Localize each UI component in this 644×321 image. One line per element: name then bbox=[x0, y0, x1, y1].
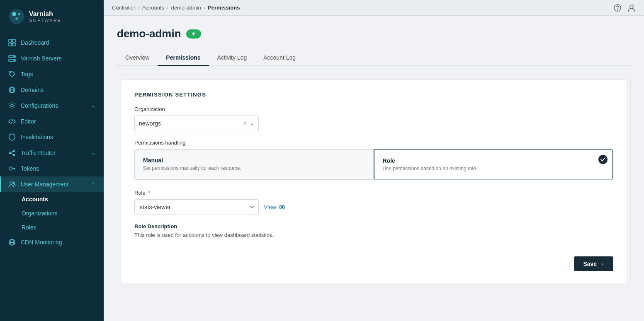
perm-option-role-title: Role bbox=[383, 157, 605, 164]
sidebar-item-label-varnish-servers: Varnish Servers bbox=[21, 55, 95, 62]
role-desc-text: This role is used for accounts to view d… bbox=[134, 232, 613, 238]
status-badge[interactable] bbox=[186, 29, 201, 39]
traffic-router-chevron: ⌄ bbox=[91, 150, 95, 156]
key-icon bbox=[8, 165, 16, 172]
tab-account-log[interactable]: Account Log bbox=[255, 50, 304, 66]
sidebar-sub-item-accounts[interactable]: Accounts bbox=[0, 192, 104, 206]
svg-point-10 bbox=[14, 56, 15, 57]
perm-option-manual-title: Manual bbox=[143, 157, 365, 164]
svg-rect-6 bbox=[9, 43, 12, 46]
sidebar-sub-label-roles: Roles bbox=[22, 224, 36, 231]
page-content: demo-admin Overview Permissions Activity… bbox=[104, 16, 644, 321]
logo: Varnish Software bbox=[0, 0, 104, 31]
sidebar-item-configurations[interactable]: Configurations ⌄ bbox=[0, 98, 104, 113]
permissions-handling-field: Permissions handling Manual Set permissi… bbox=[134, 140, 613, 180]
topbar: Controller › Accounts › demo-admin › Per… bbox=[104, 0, 644, 16]
main-area: Controller › Accounts › demo-admin › Per… bbox=[104, 0, 644, 321]
role-select-wrap: stats-viewer admin read-only editor bbox=[134, 199, 259, 215]
org-select[interactable]: neworgs × ⌄ bbox=[134, 116, 259, 131]
configurations-chevron: ⌄ bbox=[91, 103, 95, 109]
domain-icon bbox=[8, 86, 16, 94]
shield-icon bbox=[8, 133, 16, 141]
sidebar-item-label-user-management: User Management bbox=[21, 181, 86, 188]
svg-point-20 bbox=[13, 154, 15, 156]
perm-selected-check bbox=[598, 155, 608, 164]
varnish-logo-icon bbox=[8, 8, 25, 25]
svg-point-18 bbox=[13, 150, 15, 152]
svg-point-19 bbox=[9, 152, 11, 154]
page-tabs: Overview Permissions Activity Log Accoun… bbox=[117, 50, 631, 66]
breadcrumb-demo-admin[interactable]: demo-admin bbox=[171, 5, 201, 11]
breadcrumb: Controller › Accounts › demo-admin › Per… bbox=[112, 5, 240, 11]
perm-option-role-desc: Use permissions based on an existing rol… bbox=[383, 166, 605, 171]
sidebar-item-tags[interactable]: Tags bbox=[0, 66, 104, 82]
perm-option-manual[interactable]: Manual Set permissions manually for each… bbox=[135, 150, 374, 179]
help-icon[interactable] bbox=[613, 4, 622, 12]
role-required-marker: * bbox=[148, 190, 150, 196]
svg-point-27 bbox=[13, 182, 15, 183]
upload-icon bbox=[191, 31, 197, 37]
server-icon bbox=[8, 55, 16, 62]
sidebar-item-cdn-monitoring[interactable]: CDN Monitoring bbox=[0, 234, 104, 250]
card-footer: Save → bbox=[134, 250, 613, 271]
svg-rect-7 bbox=[12, 43, 15, 46]
svg-line-22 bbox=[11, 153, 13, 154]
view-role-label: View bbox=[264, 204, 276, 210]
sidebar-item-label-configurations: Configurations bbox=[21, 102, 86, 109]
org-dropdown-arrow[interactable]: ⌄ bbox=[250, 121, 254, 126]
svg-point-35 bbox=[281, 206, 283, 208]
perm-option-role[interactable]: Role Use permissions based on an existin… bbox=[374, 149, 614, 180]
sidebar-item-dashboard[interactable]: Dashboard bbox=[0, 35, 104, 51]
user-profile-icon[interactable] bbox=[627, 4, 636, 12]
svg-line-17 bbox=[11, 119, 13, 123]
tab-permissions[interactable]: Permissions bbox=[158, 50, 209, 66]
page-header: demo-admin bbox=[117, 27, 631, 40]
svg-point-26 bbox=[10, 182, 12, 184]
sidebar-item-invalidations[interactable]: Invalidations bbox=[0, 129, 104, 145]
sidebar-item-domains[interactable]: Domains bbox=[0, 82, 104, 98]
org-select-value: neworgs bbox=[139, 120, 240, 127]
sidebar-item-varnish-servers[interactable]: Varnish Servers bbox=[0, 51, 104, 66]
sidebar-item-label-invalidations: Invalidations bbox=[21, 134, 95, 140]
sidebar-item-label-tokens: Tokens bbox=[21, 165, 95, 172]
org-clear-button[interactable]: × bbox=[243, 120, 247, 127]
tab-overview[interactable]: Overview bbox=[117, 50, 158, 66]
globe-icon bbox=[8, 239, 16, 246]
sidebar-item-traffic-router[interactable]: Traffic Router ⌄ bbox=[0, 145, 104, 161]
tab-activity-log[interactable]: Activity Log bbox=[209, 50, 255, 66]
role-select[interactable]: stats-viewer admin read-only editor bbox=[134, 199, 259, 215]
sidebar-item-editor[interactable]: Editor bbox=[0, 113, 104, 129]
svg-point-11 bbox=[14, 60, 15, 61]
breadcrumb-accounts[interactable]: Accounts bbox=[142, 5, 164, 11]
sidebar-item-label-cdn-monitoring: CDN Monitoring bbox=[21, 239, 95, 246]
view-role-link[interactable]: View bbox=[264, 204, 285, 210]
section-title: PERMISSION SETTINGS bbox=[134, 92, 613, 98]
svg-point-33 bbox=[630, 5, 633, 8]
sidebar-nav: Dashboard Varnish Servers Tags Domains bbox=[0, 31, 104, 321]
sidebar-item-label-editor: Editor bbox=[21, 118, 95, 125]
permissions-handling-label: Permissions handling bbox=[134, 140, 613, 146]
sidebar-item-label-dashboard: Dashboard bbox=[21, 39, 95, 46]
breadcrumb-current: Permissions bbox=[208, 5, 240, 11]
sidebar-item-user-management[interactable]: User Management ⌃ bbox=[0, 176, 104, 192]
svg-point-3 bbox=[15, 17, 18, 20]
save-button[interactable]: Save → bbox=[574, 256, 613, 271]
logo-software: Software bbox=[29, 18, 61, 23]
sidebar-item-tokens[interactable]: Tokens bbox=[0, 161, 104, 176]
permissions-handling-options: Manual Set permissions manually for each… bbox=[134, 149, 613, 180]
sidebar-sub-label-organizations: Organizations bbox=[22, 210, 57, 217]
page-title: demo-admin bbox=[117, 27, 181, 40]
breadcrumb-controller[interactable]: Controller bbox=[112, 5, 135, 11]
logo-varnish: Varnish bbox=[29, 10, 61, 18]
sidebar-sub-item-roles[interactable]: Roles bbox=[0, 220, 104, 234]
checkmark-icon bbox=[600, 157, 605, 162]
org-field: Organization neworgs × ⌄ bbox=[134, 106, 613, 131]
svg-point-32 bbox=[617, 10, 618, 10]
role-row: stats-viewer admin read-only editor View bbox=[134, 199, 613, 215]
role-label-text: Role bbox=[134, 190, 146, 196]
code-icon bbox=[8, 118, 16, 125]
sidebar-sub-label-accounts: Accounts bbox=[22, 196, 48, 203]
sidebar-item-label-tags: Tags bbox=[21, 71, 95, 77]
sidebar-sub-item-organizations[interactable]: Organizations bbox=[0, 206, 104, 220]
org-label: Organization bbox=[134, 106, 613, 112]
